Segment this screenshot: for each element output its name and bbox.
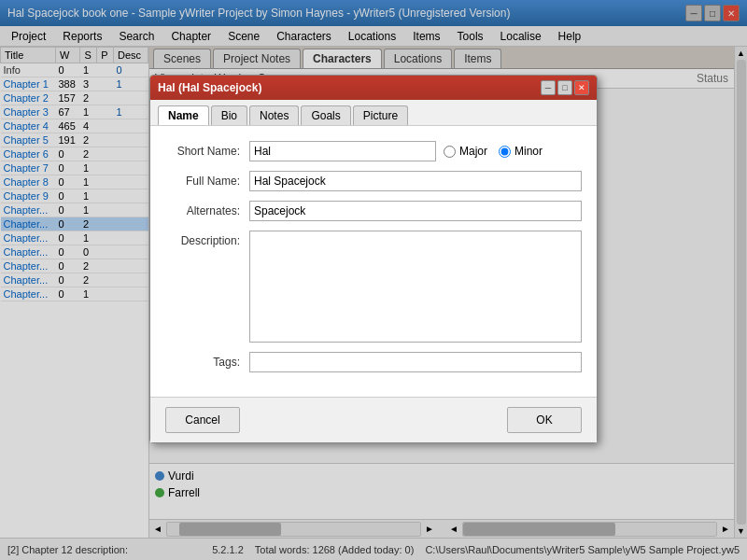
short-name-row: Short Name: Major Minor [165, 141, 582, 161]
dialog-tab-bio[interactable]: Bio [211, 105, 247, 125]
cancel-button[interactable]: Cancel [165, 407, 240, 433]
short-name-input[interactable] [249, 141, 436, 161]
dialog-footer: Cancel OK [150, 397, 597, 442]
dialog-tab-notes[interactable]: Notes [249, 105, 299, 125]
tags-row: Tags: [165, 352, 582, 372]
description-row: Description: [165, 231, 582, 343]
dialog-minimize-btn[interactable]: ─ [541, 80, 556, 95]
modal-overlay: Hal (Hal Spacejock) ─ □ ✕ Name Bio Notes… [0, 0, 747, 560]
dialog-maximize-btn[interactable]: □ [557, 80, 572, 95]
full-name-label: Full Name: [165, 175, 249, 188]
dialog-body: Short Name: Major Minor Full Name: [150, 126, 597, 397]
character-dialog: Hal (Hal Spacejock) ─ □ ✕ Name Bio Notes… [149, 75, 598, 443]
major-radio[interactable] [444, 146, 456, 158]
description-textarea[interactable] [249, 231, 582, 343]
minor-radio-label[interactable]: Minor [499, 145, 543, 158]
dialog-tab-picture[interactable]: Picture [353, 105, 408, 125]
alternates-label: Alternates: [165, 204, 249, 217]
description-label: Description: [165, 231, 249, 247]
dialog-tab-goals[interactable]: Goals [301, 105, 350, 125]
dialog-window-controls: ─ □ ✕ [541, 80, 589, 95]
full-name-row: Full Name: [165, 171, 582, 191]
dialog-title: Hal (Hal Spacejock) [158, 81, 261, 94]
minor-label: Minor [514, 145, 543, 158]
dialog-titlebar: Hal (Hal Spacejock) ─ □ ✕ [150, 76, 597, 100]
alternates-row: Alternates: [165, 201, 582, 221]
ok-button[interactable]: OK [507, 407, 582, 433]
short-name-label: Short Name: [165, 145, 249, 158]
tags-input[interactable] [249, 352, 582, 372]
minor-radio[interactable] [499, 146, 511, 158]
tags-label: Tags: [165, 356, 249, 369]
major-label: Major [459, 145, 487, 158]
major-minor-group: Major Minor [444, 145, 543, 158]
dialog-tab-bar: Name Bio Notes Goals Picture [150, 100, 597, 126]
full-name-input[interactable] [249, 171, 582, 191]
alternates-input[interactable] [249, 201, 582, 221]
major-radio-label[interactable]: Major [444, 145, 487, 158]
dialog-close-btn[interactable]: ✕ [574, 80, 589, 95]
dialog-tab-name[interactable]: Name [158, 105, 209, 125]
